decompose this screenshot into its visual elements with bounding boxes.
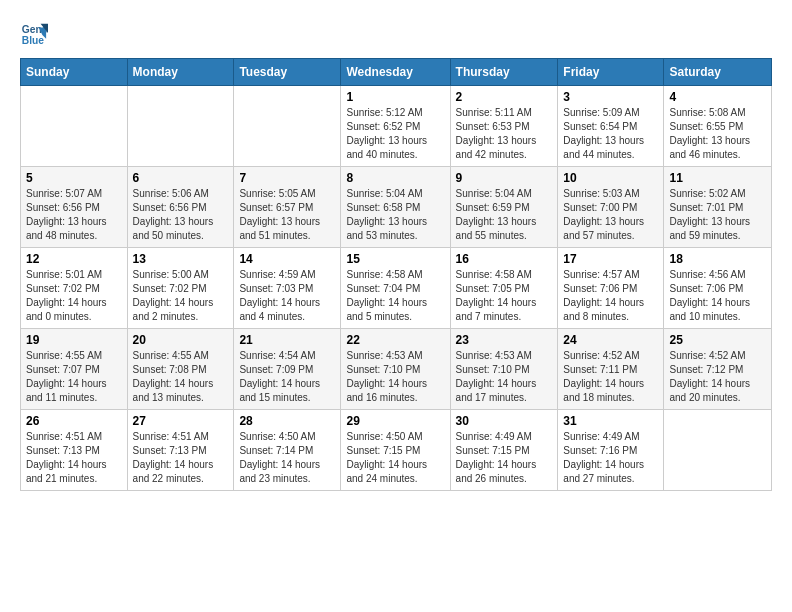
day-info: Sunrise: 4:52 AM Sunset: 7:11 PM Dayligh…	[563, 349, 658, 405]
header-cell-wednesday: Wednesday	[341, 59, 450, 86]
header-row: SundayMondayTuesdayWednesdayThursdayFrid…	[21, 59, 772, 86]
day-number: 29	[346, 414, 444, 428]
page-header: General Blue	[20, 20, 772, 48]
calendar-cell	[234, 86, 341, 167]
day-number: 26	[26, 414, 122, 428]
header-cell-friday: Friday	[558, 59, 664, 86]
calendar-cell: 30Sunrise: 4:49 AM Sunset: 7:15 PM Dayli…	[450, 410, 558, 491]
day-number: 9	[456, 171, 553, 185]
calendar-cell: 10Sunrise: 5:03 AM Sunset: 7:00 PM Dayli…	[558, 167, 664, 248]
calendar-week-2: 5Sunrise: 5:07 AM Sunset: 6:56 PM Daylig…	[21, 167, 772, 248]
day-info: Sunrise: 4:54 AM Sunset: 7:09 PM Dayligh…	[239, 349, 335, 405]
day-info: Sunrise: 4:57 AM Sunset: 7:06 PM Dayligh…	[563, 268, 658, 324]
header-cell-monday: Monday	[127, 59, 234, 86]
calendar-cell: 15Sunrise: 4:58 AM Sunset: 7:04 PM Dayli…	[341, 248, 450, 329]
calendar-cell: 11Sunrise: 5:02 AM Sunset: 7:01 PM Dayli…	[664, 167, 772, 248]
day-number: 24	[563, 333, 658, 347]
day-number: 12	[26, 252, 122, 266]
day-info: Sunrise: 5:05 AM Sunset: 6:57 PM Dayligh…	[239, 187, 335, 243]
calendar-cell: 6Sunrise: 5:06 AM Sunset: 6:56 PM Daylig…	[127, 167, 234, 248]
calendar-cell: 16Sunrise: 4:58 AM Sunset: 7:05 PM Dayli…	[450, 248, 558, 329]
calendar-cell: 13Sunrise: 5:00 AM Sunset: 7:02 PM Dayli…	[127, 248, 234, 329]
day-info: Sunrise: 5:02 AM Sunset: 7:01 PM Dayligh…	[669, 187, 766, 243]
header-cell-thursday: Thursday	[450, 59, 558, 86]
calendar-cell: 18Sunrise: 4:56 AM Sunset: 7:06 PM Dayli…	[664, 248, 772, 329]
day-info: Sunrise: 4:53 AM Sunset: 7:10 PM Dayligh…	[346, 349, 444, 405]
calendar-cell	[127, 86, 234, 167]
day-number: 13	[133, 252, 229, 266]
calendar-cell: 3Sunrise: 5:09 AM Sunset: 6:54 PM Daylig…	[558, 86, 664, 167]
logo-icon: General Blue	[20, 20, 48, 48]
day-number: 5	[26, 171, 122, 185]
svg-text:Blue: Blue	[22, 35, 45, 46]
day-number: 16	[456, 252, 553, 266]
day-number: 4	[669, 90, 766, 104]
calendar-cell	[664, 410, 772, 491]
day-number: 10	[563, 171, 658, 185]
day-info: Sunrise: 5:01 AM Sunset: 7:02 PM Dayligh…	[26, 268, 122, 324]
day-info: Sunrise: 5:04 AM Sunset: 6:59 PM Dayligh…	[456, 187, 553, 243]
day-number: 2	[456, 90, 553, 104]
day-info: Sunrise: 4:56 AM Sunset: 7:06 PM Dayligh…	[669, 268, 766, 324]
day-info: Sunrise: 4:58 AM Sunset: 7:04 PM Dayligh…	[346, 268, 444, 324]
day-number: 28	[239, 414, 335, 428]
calendar-cell: 24Sunrise: 4:52 AM Sunset: 7:11 PM Dayli…	[558, 329, 664, 410]
day-info: Sunrise: 5:00 AM Sunset: 7:02 PM Dayligh…	[133, 268, 229, 324]
calendar-week-1: 1Sunrise: 5:12 AM Sunset: 6:52 PM Daylig…	[21, 86, 772, 167]
header-cell-saturday: Saturday	[664, 59, 772, 86]
calendar-cell: 17Sunrise: 4:57 AM Sunset: 7:06 PM Dayli…	[558, 248, 664, 329]
day-number: 31	[563, 414, 658, 428]
day-info: Sunrise: 4:51 AM Sunset: 7:13 PM Dayligh…	[133, 430, 229, 486]
day-info: Sunrise: 4:53 AM Sunset: 7:10 PM Dayligh…	[456, 349, 553, 405]
calendar-week-5: 26Sunrise: 4:51 AM Sunset: 7:13 PM Dayli…	[21, 410, 772, 491]
calendar-cell: 9Sunrise: 5:04 AM Sunset: 6:59 PM Daylig…	[450, 167, 558, 248]
day-info: Sunrise: 4:55 AM Sunset: 7:07 PM Dayligh…	[26, 349, 122, 405]
calendar-cell: 29Sunrise: 4:50 AM Sunset: 7:15 PM Dayli…	[341, 410, 450, 491]
day-info: Sunrise: 5:12 AM Sunset: 6:52 PM Dayligh…	[346, 106, 444, 162]
day-info: Sunrise: 4:49 AM Sunset: 7:16 PM Dayligh…	[563, 430, 658, 486]
calendar-cell: 22Sunrise: 4:53 AM Sunset: 7:10 PM Dayli…	[341, 329, 450, 410]
day-info: Sunrise: 4:59 AM Sunset: 7:03 PM Dayligh…	[239, 268, 335, 324]
day-info: Sunrise: 5:07 AM Sunset: 6:56 PM Dayligh…	[26, 187, 122, 243]
day-info: Sunrise: 5:04 AM Sunset: 6:58 PM Dayligh…	[346, 187, 444, 243]
day-info: Sunrise: 5:06 AM Sunset: 6:56 PM Dayligh…	[133, 187, 229, 243]
calendar-cell: 2Sunrise: 5:11 AM Sunset: 6:53 PM Daylig…	[450, 86, 558, 167]
calendar-body: 1Sunrise: 5:12 AM Sunset: 6:52 PM Daylig…	[21, 86, 772, 491]
day-number: 15	[346, 252, 444, 266]
day-number: 25	[669, 333, 766, 347]
calendar-cell: 21Sunrise: 4:54 AM Sunset: 7:09 PM Dayli…	[234, 329, 341, 410]
day-number: 11	[669, 171, 766, 185]
day-info: Sunrise: 4:51 AM Sunset: 7:13 PM Dayligh…	[26, 430, 122, 486]
header-cell-sunday: Sunday	[21, 59, 128, 86]
day-number: 19	[26, 333, 122, 347]
day-number: 27	[133, 414, 229, 428]
day-number: 3	[563, 90, 658, 104]
calendar-cell: 7Sunrise: 5:05 AM Sunset: 6:57 PM Daylig…	[234, 167, 341, 248]
day-info: Sunrise: 4:52 AM Sunset: 7:12 PM Dayligh…	[669, 349, 766, 405]
day-info: Sunrise: 4:50 AM Sunset: 7:15 PM Dayligh…	[346, 430, 444, 486]
day-number: 17	[563, 252, 658, 266]
day-number: 1	[346, 90, 444, 104]
calendar-week-4: 19Sunrise: 4:55 AM Sunset: 7:07 PM Dayli…	[21, 329, 772, 410]
day-number: 7	[239, 171, 335, 185]
calendar-cell: 25Sunrise: 4:52 AM Sunset: 7:12 PM Dayli…	[664, 329, 772, 410]
calendar-cell: 20Sunrise: 4:55 AM Sunset: 7:08 PM Dayli…	[127, 329, 234, 410]
day-info: Sunrise: 5:08 AM Sunset: 6:55 PM Dayligh…	[669, 106, 766, 162]
day-info: Sunrise: 5:03 AM Sunset: 7:00 PM Dayligh…	[563, 187, 658, 243]
calendar-cell: 8Sunrise: 5:04 AM Sunset: 6:58 PM Daylig…	[341, 167, 450, 248]
header-cell-tuesday: Tuesday	[234, 59, 341, 86]
day-number: 14	[239, 252, 335, 266]
calendar-cell: 26Sunrise: 4:51 AM Sunset: 7:13 PM Dayli…	[21, 410, 128, 491]
calendar-cell: 31Sunrise: 4:49 AM Sunset: 7:16 PM Dayli…	[558, 410, 664, 491]
day-number: 18	[669, 252, 766, 266]
day-info: Sunrise: 4:58 AM Sunset: 7:05 PM Dayligh…	[456, 268, 553, 324]
day-number: 30	[456, 414, 553, 428]
calendar-cell: 19Sunrise: 4:55 AM Sunset: 7:07 PM Dayli…	[21, 329, 128, 410]
calendar-cell: 27Sunrise: 4:51 AM Sunset: 7:13 PM Dayli…	[127, 410, 234, 491]
calendar-cell: 1Sunrise: 5:12 AM Sunset: 6:52 PM Daylig…	[341, 86, 450, 167]
day-info: Sunrise: 4:55 AM Sunset: 7:08 PM Dayligh…	[133, 349, 229, 405]
calendar-cell: 4Sunrise: 5:08 AM Sunset: 6:55 PM Daylig…	[664, 86, 772, 167]
calendar-cell: 12Sunrise: 5:01 AM Sunset: 7:02 PM Dayli…	[21, 248, 128, 329]
day-number: 21	[239, 333, 335, 347]
day-info: Sunrise: 4:49 AM Sunset: 7:15 PM Dayligh…	[456, 430, 553, 486]
